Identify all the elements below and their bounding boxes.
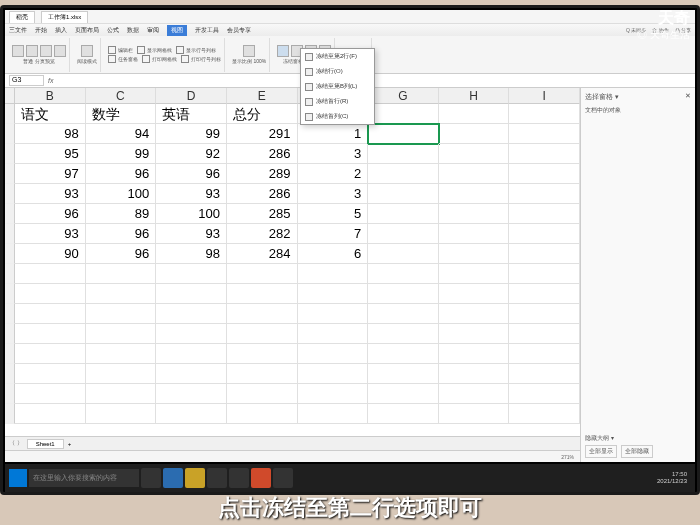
row-number[interactable] [5,144,15,164]
cell[interactable] [439,284,510,304]
cell[interactable] [156,404,227,424]
cell[interactable] [368,304,439,324]
cell[interactable] [368,324,439,344]
cell[interactable] [439,324,510,344]
cell[interactable]: 96 [86,164,157,184]
cell[interactable]: 95 [15,144,86,164]
row-number[interactable] [5,264,15,284]
cell[interactable] [156,304,227,324]
cell[interactable] [439,144,510,164]
menu-file[interactable]: 三文件 [9,26,27,35]
cell[interactable]: 89 [86,204,157,224]
taskbar-mail-icon[interactable] [229,468,249,488]
side-title[interactable]: 选择窗格 ▾✕ [585,92,691,102]
cell[interactable] [368,344,439,364]
row-number[interactable] [5,344,15,364]
cell[interactable] [156,324,227,344]
cell[interactable]: 93 [15,184,86,204]
side-bottom-label[interactable]: 隐藏大纲 ▾ [585,434,691,443]
cell[interactable] [298,384,369,404]
cell[interactable]: 100 [156,204,227,224]
cell[interactable] [509,384,580,404]
cell[interactable] [509,344,580,364]
cell[interactable]: 1 [298,124,369,144]
freeze-to-colB[interactable]: 冻结至第B列(L) [301,79,374,94]
menu-dev[interactable]: 开发工具 [195,26,219,35]
cell[interactable] [298,264,369,284]
cell[interactable]: 289 [227,164,298,184]
cell[interactable] [86,344,157,364]
cell[interactable]: 99 [156,124,227,144]
cell[interactable]: 英语 [156,104,227,124]
cell[interactable]: 92 [156,144,227,164]
cell[interactable] [156,384,227,404]
tab-file[interactable]: 工作簿1.xlsx [41,11,88,23]
chk-taskpane[interactable]: 任务窗格 [108,55,138,63]
normal-view-icon[interactable] [12,45,24,57]
taskbar-search[interactable]: 在这里输入你要搜索的内容 [29,469,139,487]
cell[interactable]: 96 [156,164,227,184]
cell[interactable]: 98 [156,244,227,264]
cell[interactable]: 93 [156,224,227,244]
cell[interactable]: 90 [15,244,86,264]
cell[interactable] [439,104,510,124]
close-icon[interactable]: ✕ [685,92,691,102]
cell[interactable] [86,384,157,404]
cell[interactable] [509,204,580,224]
row-number[interactable] [5,384,15,404]
cell[interactable]: 3 [298,184,369,204]
cell[interactable] [368,184,439,204]
cell[interactable]: 286 [227,184,298,204]
col-I[interactable]: I [509,88,580,104]
custom-view-icon[interactable] [54,45,66,57]
cell[interactable] [156,264,227,284]
col-D[interactable]: D [156,88,227,104]
show-all-btn[interactable]: 全部显示 [585,445,617,458]
taskbar-wps-icon[interactable] [251,468,271,488]
cell[interactable] [368,384,439,404]
cell[interactable] [227,304,298,324]
freeze-to-row2[interactable]: 冻结至第2行(F) [301,49,374,64]
cell[interactable]: 284 [227,244,298,264]
cell[interactable] [298,364,369,384]
cell[interactable] [15,324,86,344]
reading-mode-icon[interactable] [81,45,93,57]
add-sheet[interactable]: + [68,441,72,447]
menu-member[interactable]: 会员专享 [227,26,251,35]
row-number[interactable] [5,124,15,144]
cell[interactable] [439,364,510,384]
cell[interactable] [439,344,510,364]
sheet-tab-1[interactable]: Sheet1 [27,439,64,449]
tabs-nav[interactable]: 〈 〉 [9,439,23,448]
cell[interactable] [439,244,510,264]
cell[interactable]: 96 [86,244,157,264]
cell[interactable] [368,364,439,384]
cell[interactable] [227,324,298,344]
cell[interactable] [509,124,580,144]
cell[interactable] [368,264,439,284]
chk-printgrid[interactable]: 打印网格线 [142,55,177,63]
cell[interactable] [227,384,298,404]
taskbar-app-icon[interactable] [273,468,293,488]
taskbar-explorer-icon[interactable] [185,468,205,488]
cell[interactable] [509,104,580,124]
tab-app[interactable]: 稻壳 [9,11,35,23]
fx-label[interactable]: fx [48,77,53,84]
cell[interactable] [509,184,580,204]
select-all-corner[interactable] [5,88,15,104]
cell[interactable] [439,204,510,224]
row-number[interactable] [5,184,15,204]
cell[interactable]: 285 [227,204,298,224]
menu-data[interactable]: 数据 [127,26,139,35]
start-button[interactable] [9,469,27,487]
cell[interactable] [86,324,157,344]
cell[interactable] [509,404,580,424]
cell[interactable] [15,304,86,324]
col-E[interactable]: E [227,88,298,104]
row-number[interactable] [5,104,15,124]
cell[interactable] [509,364,580,384]
cell[interactable] [86,284,157,304]
cell[interactable] [368,144,439,164]
cell[interactable] [439,124,510,144]
cell[interactable] [15,264,86,284]
